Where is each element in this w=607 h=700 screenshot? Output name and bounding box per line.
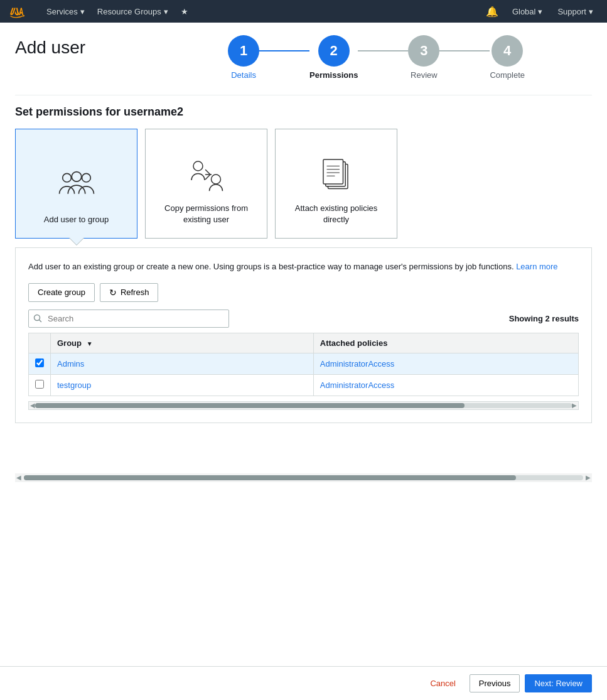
row-checkbox-cell[interactable]: [29, 374, 51, 396]
refresh-button[interactable]: ↻ Refresh: [100, 283, 159, 302]
sort-icon: ▼: [87, 340, 93, 347]
policy-link[interactable]: AdministratorAccess: [320, 380, 394, 390]
svg-point-2: [72, 172, 81, 181]
permission-cards: Add user to group Copy permission: [15, 129, 592, 239]
step-line-2-3: [358, 50, 408, 51]
aws-logo[interactable]: [8, 4, 30, 19]
copy-icon: [185, 156, 228, 195]
search-input-wrap: [28, 310, 229, 328]
cancel-button[interactable]: Cancel: [421, 674, 464, 692]
perm-card-copy-label: Copy permissions from existing user: [153, 203, 259, 225]
page-scroll-left[interactable]: ◀: [16, 474, 21, 481]
wizard-steps: 1 Details 2 Permissions 3 Review: [161, 35, 592, 80]
perm-card-add-to-group[interactable]: Add user to group: [15, 129, 137, 239]
svg-point-3: [193, 161, 203, 171]
step-2-label: Permissions: [309, 70, 358, 80]
support-menu[interactable]: Support ▾: [551, 0, 599, 23]
page-title: Add user: [15, 35, 85, 58]
policy-link[interactable]: AdministratorAccess: [320, 359, 394, 369]
step-line-1-2: [259, 50, 309, 51]
perm-card-policies-label: Attach existing policies directly: [283, 203, 389, 225]
resource-groups-menu[interactable]: Resource Groups ▾: [91, 0, 175, 23]
svg-point-4: [211, 175, 220, 184]
search-bar-row: Showing 2 results: [28, 310, 579, 328]
scrollbar-track: [35, 403, 572, 408]
page-horizontal-scrollbar[interactable]: ◀ ▶: [15, 473, 592, 482]
group-panel: Add user to an existing group or create …: [15, 247, 592, 423]
scroll-right-arrow[interactable]: ▶: [572, 402, 577, 409]
th-checkbox: [29, 333, 51, 353]
wizard-step-3: 3 Review: [408, 35, 439, 80]
row-checkbox-testgroup[interactable]: [35, 380, 44, 389]
table-header-row: Group ▼ Attached policies: [29, 333, 579, 353]
page-header: Add user 1 Details 2 Permissions: [15, 35, 592, 80]
search-icon: [33, 314, 42, 323]
groups-table-scroll[interactable]: Group ▼ Attached policies: [28, 328, 579, 396]
svg-point-0: [62, 173, 71, 182]
scrollbar-thumb: [35, 403, 465, 408]
svg-rect-7: [323, 159, 343, 184]
action-buttons: Create group ↻ Refresh: [28, 283, 579, 302]
wizard-step-2: 2 Permissions: [309, 35, 358, 80]
page-container: Add user 1 Details 2 Permissions: [0, 23, 607, 700]
notifications-icon[interactable]: 🔔: [481, 6, 503, 18]
group-info-text: Add user to an existing group or create …: [28, 261, 579, 273]
step-3-circle: 3: [408, 35, 439, 67]
refresh-icon: ↻: [109, 288, 117, 298]
row-checkbox-admins[interactable]: [35, 358, 44, 367]
table-row: Admins AdministratorAccess: [29, 353, 579, 374]
showing-results: Showing 2 results: [509, 314, 579, 323]
step-2-circle: 2: [318, 35, 350, 67]
top-navigation: Services ▾ Resource Groups ▾ ★ 🔔 Global …: [0, 0, 607, 23]
perm-card-add-to-group-label: Add user to group: [44, 214, 109, 225]
step-1-circle: 1: [228, 35, 259, 67]
group-name-link[interactable]: testgroup: [57, 380, 91, 390]
learn-more-link[interactable]: Learn more: [516, 262, 557, 271]
header-divider: [15, 95, 592, 95]
step-3-label: Review: [411, 70, 438, 80]
group-name-link[interactable]: Admins: [57, 359, 84, 369]
wizard-step-1: 1 Details: [228, 35, 259, 80]
permissions-header: Set permissions for username2: [15, 105, 592, 119]
row-policies: AdministratorAccess: [313, 353, 578, 374]
groups-table: Group ▼ Attached policies: [28, 333, 579, 396]
perm-card-attach-policies[interactable]: Attach existing policies directly: [275, 129, 397, 239]
card-arrow-inner: [70, 238, 83, 245]
step-1-label: Details: [231, 70, 256, 80]
policy-icon: [314, 156, 358, 195]
wizard-step-4: 4 Complete: [490, 35, 525, 80]
next-review-button[interactable]: Next: Review: [525, 674, 592, 692]
row-group-name: testgroup: [51, 374, 314, 396]
region-menu[interactable]: Global ▾: [506, 0, 549, 23]
svg-point-1: [82, 173, 90, 182]
bookmarks[interactable]: ★: [175, 0, 195, 23]
step-line-3-4: [439, 50, 490, 51]
previous-button[interactable]: Previous: [470, 674, 520, 692]
create-group-button[interactable]: Create group: [28, 283, 95, 302]
page-scroll-right[interactable]: ▶: [586, 474, 591, 481]
table-horizontal-scrollbar[interactable]: ◀ ▶: [28, 401, 579, 410]
group-icon: [55, 167, 99, 207]
th-policies: Attached policies: [313, 333, 578, 353]
services-menu[interactable]: Services ▾: [40, 0, 91, 23]
row-group-name: Admins: [51, 353, 314, 374]
perm-card-copy-perms[interactable]: Copy permissions from existing user: [145, 129, 267, 239]
search-input[interactable]: [28, 310, 229, 328]
th-group[interactable]: Group ▼: [51, 333, 314, 353]
row-policies: AdministratorAccess: [313, 374, 578, 396]
step-4-label: Complete: [490, 70, 525, 80]
table-row: testgroup AdministratorAccess: [29, 374, 579, 396]
row-checkbox-cell[interactable]: [29, 353, 51, 374]
step-4-circle: 4: [492, 35, 523, 67]
scroll-left-arrow[interactable]: ◀: [30, 402, 35, 409]
bottom-bar: Cancel Previous Next: Review: [0, 666, 607, 700]
